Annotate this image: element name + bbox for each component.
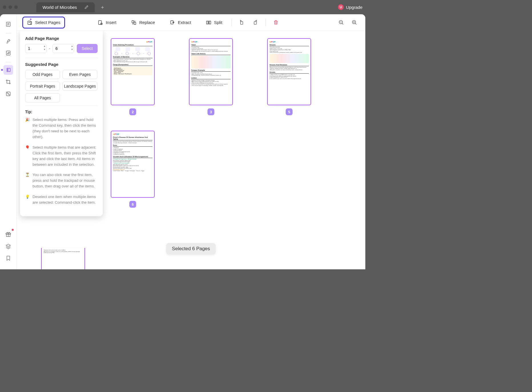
delete-button[interactable] (271, 17, 281, 28)
svg-rect-13 (134, 22, 136, 25)
tip-emoji: 🎉 (25, 117, 30, 140)
thumb-subheading: Kuru (113, 144, 152, 147)
svg-rect-16 (209, 21, 211, 24)
rotate-left-button[interactable] (237, 17, 247, 28)
highlighter-icon[interactable] (3, 36, 13, 46)
thumb-heading: Gram Staining Procedure (113, 44, 152, 46)
titlebar: World of Microbes ＋ U Upgrade (0, 0, 365, 14)
thumb-subheading: Growth And Cultivation Of Microorganisms (113, 156, 152, 158)
split-button[interactable]: Split (202, 18, 226, 27)
page-thumbnail-2[interactable]: UPDF Gram Staining Procedure →→→ Example… (111, 38, 155, 115)
even-pages-button[interactable]: Even Pages (63, 70, 97, 79)
titlebar-right: U Upgrade (338, 4, 362, 10)
replace-button[interactable]: Replace (127, 18, 159, 27)
page-thumbnail-6[interactable]: UPDF Prion's Disease Of Human Inheritanc… (111, 131, 155, 208)
select-pages-panel: Add Page Range ▲▼ - ▲▼ Select Suggested … (20, 31, 103, 216)
replace-icon (131, 20, 136, 25)
thumb-subheading: Fungi (Eumycetes) (113, 64, 152, 66)
spinner-to[interactable]: ▲▼ (71, 45, 73, 51)
insert-icon (98, 20, 103, 25)
page-thumbnail-3[interactable]: UPDF Yeast • Unicellular Fungi• Cell div… (189, 38, 233, 115)
svg-point-6 (9, 95, 9, 95)
page-number-badge: 5 (286, 108, 293, 115)
portrait-pages-button[interactable]: Portrait Pages (25, 82, 60, 91)
tab-title: World of Microbes (43, 5, 77, 10)
thumb-heading: Yeast (191, 44, 231, 46)
thumb-subheading: Viruses And Diseases (269, 64, 309, 66)
toolbar: Select Pages Insert Replace Extract Spli… (17, 14, 365, 31)
minimize-window[interactable] (9, 5, 12, 9)
thumb-heading: Prion's Disease Of Human Inheritance And… (113, 136, 152, 140)
svg-rect-15 (206, 21, 208, 24)
thumb-subheading: Yeast Life History (191, 53, 231, 55)
svg-rect-17 (241, 21, 243, 24)
organize-pages-icon[interactable] (3, 65, 13, 75)
extract-icon (170, 20, 175, 25)
suggested-title: Suggested Page (25, 62, 98, 67)
thumb-subheading: Fungus Example (191, 69, 231, 72)
range-title: Add Page Range (25, 36, 98, 41)
svg-rect-12 (132, 21, 134, 23)
tip-title: Tip: (25, 110, 98, 114)
split-label: Split (214, 20, 222, 25)
select-pages-button[interactable]: Select Pages (22, 17, 65, 29)
all-pages-button[interactable]: All Pages (25, 93, 60, 102)
landscape-pages-button[interactable]: Landscape Pages (63, 82, 97, 91)
split-icon (206, 20, 211, 25)
spinner-from[interactable]: ▲▼ (43, 45, 46, 51)
zoom-out-button[interactable] (336, 17, 346, 28)
thumb-subheading: Viroids (269, 71, 309, 74)
select-range-button[interactable]: Select (77, 44, 98, 53)
thumb-heading: Viruses (269, 44, 309, 46)
odd-pages-button[interactable]: Odd Pages (25, 70, 60, 79)
tip-text: Select multiple items: Press and hold th… (33, 117, 98, 140)
page-number-badge: 2 (129, 108, 136, 115)
page-thumbnail-5[interactable]: UPDF Viruses • Intracellular parasitism•… (267, 38, 311, 115)
select-pages-label: Select Pages (35, 20, 60, 25)
replace-label: Replace (139, 20, 155, 25)
tip-text: You can also click near the first item, … (33, 172, 98, 189)
tip-row: 🎈Select multiple items that are adjacent… (25, 145, 98, 168)
svg-rect-1 (6, 51, 10, 55)
pencil-icon[interactable] (84, 5, 88, 9)
svg-rect-3 (6, 92, 10, 96)
reader-icon[interactable] (3, 19, 13, 29)
svg-point-5 (7, 93, 7, 93)
selection-toast: Selected 6 Pages (166, 243, 215, 254)
page-number-badge: 6 (129, 201, 136, 208)
thumb-subheading: Example of Bacteria (113, 56, 152, 58)
tip-row: 🎉Select multiple items: Press and hold t… (25, 117, 98, 140)
tip-text: Select multiple items that are adjacent:… (33, 145, 98, 168)
sidebar (0, 14, 17, 269)
close-window[interactable] (3, 5, 6, 9)
bookmark-icon[interactable] (3, 253, 13, 263)
range-separator: - (49, 46, 50, 51)
tip-text: Deselect one item when multiple items ar… (33, 194, 98, 205)
layers-icon[interactable] (3, 241, 13, 251)
gift-icon[interactable] (3, 229, 13, 239)
window-controls (3, 5, 18, 9)
zoom-in-button[interactable] (349, 17, 360, 28)
tip-row: ⏳You can also click near the first item,… (25, 172, 98, 189)
new-tab-button[interactable]: ＋ (100, 4, 105, 11)
rotate-right-button[interactable] (250, 17, 260, 28)
tip-emoji: 💡 (25, 194, 30, 205)
extract-button[interactable]: Extract (166, 18, 195, 27)
crop-icon[interactable] (3, 77, 13, 87)
avatar[interactable]: U (338, 4, 344, 10)
page-thumbnail-4[interactable]: • Symbiosis with marine animals such as … (41, 248, 85, 269)
document-tab[interactable]: World of Microbes (36, 2, 95, 12)
edit-text-icon[interactable] (3, 48, 13, 58)
svg-rect-18 (254, 21, 257, 24)
select-pages-icon (27, 20, 32, 25)
upgrade-button[interactable]: Upgrade (346, 5, 362, 10)
thumb-subheading: Lichen (191, 77, 231, 79)
svg-rect-2 (8, 68, 10, 72)
tip-emoji: 🎈 (25, 145, 30, 168)
maximize-window[interactable] (14, 5, 18, 9)
tip-emoji: ⏳ (25, 172, 30, 189)
insert-button[interactable]: Insert (94, 18, 120, 27)
svg-point-4 (8, 94, 9, 94)
page-number-badge: 3 (207, 108, 214, 115)
watermark-icon[interactable] (3, 89, 13, 99)
